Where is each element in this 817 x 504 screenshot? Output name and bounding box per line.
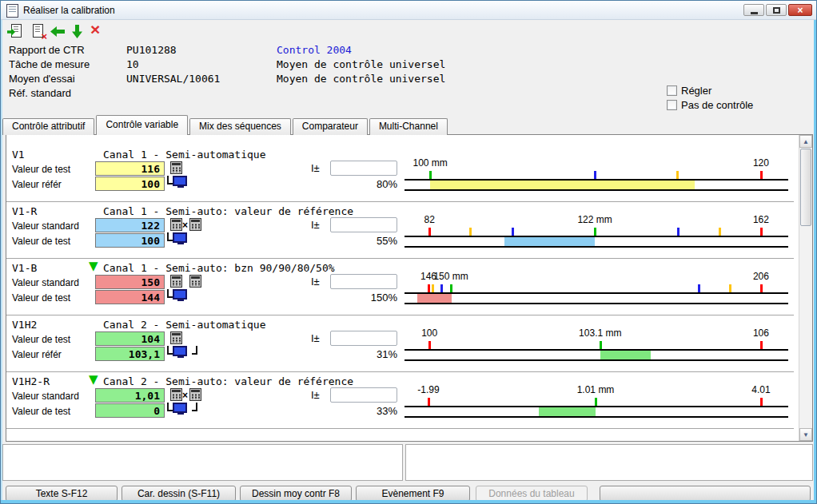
monitor-icon[interactable]: [167, 345, 201, 361]
maximize-button[interactable]: [766, 4, 787, 16]
calculator-icon[interactable]: [170, 331, 182, 344]
monitor-cable-left-icon: [167, 346, 173, 355]
header-label: Rapport de CTR: [9, 44, 85, 56]
value-bar: [600, 351, 651, 359]
monitor-cable-left-icon: [167, 232, 173, 241]
warning-triangle-icon: ▼: [89, 372, 98, 387]
monitor-cable-left-icon: [167, 176, 173, 185]
arrow-shape: [72, 25, 82, 38]
footer-button-car-dessin-s-f11[interactable]: Car. dessin (S-F11): [122, 486, 236, 502]
scale-tick: [595, 398, 597, 406]
field-value-valeur-standard[interactable]: 150: [95, 275, 165, 289]
report-in-icon[interactable]: [9, 23, 25, 39]
channel-description: Canal 1 - Semi-automatique: [103, 149, 266, 161]
tab-comparateur[interactable]: Comparateur: [293, 118, 368, 135]
scroll-up-icon[interactable]: ▲: [799, 135, 812, 148]
down-arrow-icon[interactable]: [70, 23, 86, 39]
field-value-valeur-de-test[interactable]: 104: [95, 331, 165, 346]
checkbox-pas-de-contr-le[interactable]: [667, 100, 677, 110]
field-value-valeur-de-test[interactable]: 144: [95, 290, 165, 304]
calibration-window: Réaliser la calibration × ×× Rapport de …: [0, 0, 817, 504]
monitor-icon[interactable]: [167, 175, 201, 191]
scroll-down-icon[interactable]: ▼: [799, 428, 812, 441]
scale-line-top: [405, 236, 788, 237]
channel-id: V1: [12, 149, 25, 161]
tab-contr-le-variable[interactable]: Contrôle variable: [96, 115, 188, 135]
tolerance-input[interactable]: [330, 274, 397, 289]
scale-line-bottom: [405, 416, 788, 418]
monitor-cable-right-icon: [192, 403, 197, 411]
calculator-icon[interactable]: [189, 388, 201, 401]
channel-id: V1-B: [12, 262, 37, 274]
calculator-icon[interactable]: [189, 218, 201, 231]
footer-button-ev-nement-f9[interactable]: Evènement F9: [356, 486, 470, 502]
field-label: Valeur de test: [12, 334, 70, 345]
tolerance-input[interactable]: [330, 161, 397, 176]
scale-line-bottom: [405, 303, 788, 304]
tolerance-input[interactable]: [330, 331, 397, 346]
monitor-icon[interactable]: [167, 288, 201, 304]
scale-tick: [677, 228, 680, 236]
field-value-valeur-standard[interactable]: 1,01: [95, 388, 165, 403]
scale-tick-label: 150 mm: [433, 271, 468, 282]
checkbox-label: Pas de contrôle: [681, 99, 753, 111]
calculator-icon[interactable]: [189, 275, 201, 288]
footer-button-texte-s-f12[interactable]: Texte S-F12: [6, 486, 118, 502]
scale-tick-label: 106: [753, 327, 769, 339]
footer-button-dessin-moy-contr-f8[interactable]: Dessin moy contr F8: [240, 486, 352, 502]
monitor-cable-right-icon: [192, 346, 197, 355]
multiply-icon: ×: [182, 220, 188, 231]
back-arrow-icon[interactable]: [50, 23, 66, 39]
scale-line-top: [405, 349, 788, 351]
value-bar: [504, 237, 595, 246]
red-x-glyph: ×: [41, 31, 47, 42]
header-row-t-che-de-mesure: Tâche de mesure10Moyen de contrôle unive…: [1, 58, 816, 72]
scale-line-top: [405, 292, 788, 294]
scale-line-top: [405, 406, 788, 407]
close-button[interactable]: ×: [788, 4, 812, 16]
calculator-icon[interactable]: [170, 388, 182, 401]
tolerance-input[interactable]: [330, 387, 397, 403]
field-value-valeur-standard[interactable]: 122: [95, 218, 165, 232]
calculator-icon[interactable]: [170, 218, 182, 231]
scale-tick: [450, 284, 452, 292]
titlebar: Réaliser la calibration ×: [1, 1, 816, 20]
monitor-icon[interactable]: [167, 232, 201, 248]
tolerance-input[interactable]: [330, 217, 397, 232]
scale-tick: [440, 284, 443, 292]
scale-line-bottom: [405, 359, 788, 361]
field-label: Valeur référ: [12, 349, 62, 360]
calculator-icon[interactable]: [170, 275, 182, 288]
tab-mix-des-s-quences[interactable]: Mix des séquences: [189, 118, 291, 135]
tab-multi-channel[interactable]: Multi-Channel: [369, 118, 448, 135]
tab-strip: Contrôle attributifContrôle variableMix …: [2, 116, 449, 135]
monitor-icon[interactable]: [167, 402, 201, 418]
scale-tick-label: 82: [424, 214, 435, 225]
monitor-cable-left-icon: [167, 289, 173, 298]
report-delete-icon[interactable]: ×: [30, 23, 46, 39]
tab-contr-le-attributif[interactable]: Contrôle attributif: [2, 118, 94, 135]
checkbox-r-gler[interactable]: [667, 85, 677, 96]
field-value-valeur-de-test[interactable]: 0: [95, 403, 165, 418]
field-value-valeur-de-test[interactable]: 116: [95, 161, 165, 176]
toolbar: ××: [1, 20, 816, 41]
field-value-valeur-r-f-r[interactable]: 103,1: [95, 347, 165, 361]
header-right-value: Control 2004: [277, 44, 352, 56]
scrollbar-thumb[interactable]: [800, 149, 811, 226]
cancel-x-icon[interactable]: ×: [89, 23, 105, 39]
scale-tick-label: 4.01: [751, 384, 770, 395]
footer-button-blank[interactable]: [600, 486, 811, 502]
minimize-button[interactable]: [743, 4, 764, 16]
measurement-scale: 82122 mm162: [405, 201, 788, 258]
window-edge-bottom: [1, 500, 816, 503]
field-value-valeur-r-f-r[interactable]: 100: [95, 177, 165, 191]
field-label: Valeur référ: [12, 179, 62, 190]
calculator-icon[interactable]: [170, 161, 182, 174]
monitor-screen-icon: [173, 176, 187, 186]
option-pas-de-contr-le: Pas de contrôle: [667, 98, 753, 111]
vertical-scrollbar[interactable]: ▲ ▼: [799, 135, 812, 441]
field-value-valeur-de-test[interactable]: 100: [95, 233, 165, 248]
scale-tick: [594, 171, 596, 179]
tolerance-label: I±: [311, 219, 320, 231]
header-value: UNIVERSAL/10061: [126, 73, 220, 85]
